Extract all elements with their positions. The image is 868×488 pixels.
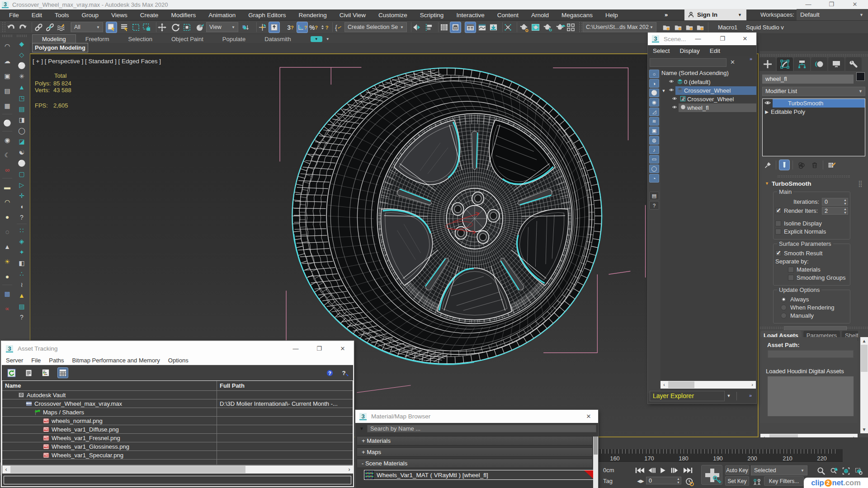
filter-toggle-6[interactable]: ≋ bbox=[649, 117, 659, 126]
modifier-turbosmooth[interactable]: TurboSmooth bbox=[763, 99, 865, 108]
go-to-start-button[interactable] bbox=[635, 465, 646, 475]
current-frame-field[interactable]: 0▲▼ bbox=[646, 477, 681, 484]
asset-row[interactable]: Wheels_var1_Fresnel.png bbox=[2, 434, 353, 442]
diamond-icon[interactable]: ◈ bbox=[16, 236, 27, 247]
filter-toggle-4[interactable]: ◉ bbox=[649, 98, 659, 107]
filter-list-icon[interactable]: ▤ bbox=[649, 192, 659, 200]
ribbon-tab[interactable]: Object Paint bbox=[162, 35, 213, 43]
asset-row[interactable]: Crossover_Wheel_max_vray.maxD:\3D Molier… bbox=[2, 399, 353, 408]
materials-group-bar[interactable]: + Materials bbox=[357, 436, 592, 446]
modifier-editable-poly[interactable]: ▶ Editable Poly bbox=[763, 108, 865, 116]
object-name-field[interactable]: wheel_fl bbox=[762, 75, 854, 84]
named-selection-combo[interactable]: Create Selection Se▼ bbox=[344, 22, 407, 32]
rendered-frame-window-icon[interactable] bbox=[530, 22, 541, 33]
filter-toggle-10[interactable]: ▭ bbox=[649, 155, 659, 164]
when-rendering-radio[interactable] bbox=[781, 305, 787, 310]
expand-triangle-icon[interactable]: ▶ bbox=[763, 109, 771, 114]
undo-icon[interactable] bbox=[5, 22, 17, 33]
angle-snap-icon[interactable]: ? bbox=[297, 22, 308, 33]
populate-icon[interactable]: ▲ bbox=[16, 290, 27, 301]
play-box-icon[interactable]: ▷ bbox=[16, 179, 27, 190]
bind-to-space-warp-icon[interactable] bbox=[55, 22, 66, 33]
key-filters-button[interactable]: Key Filters... bbox=[764, 476, 804, 486]
bulb-icon[interactable]: ⚪ bbox=[16, 60, 27, 71]
toolbar-grip[interactable] bbox=[579, 22, 582, 32]
menu-item[interactable]: Edit bbox=[25, 12, 48, 19]
spray-icon[interactable]: ✦ bbox=[16, 247, 27, 258]
snaps-3d-icon[interactable]: 3? bbox=[285, 22, 296, 33]
align-icon[interactable] bbox=[423, 22, 434, 33]
time-configuration-icon[interactable] bbox=[684, 476, 695, 488]
explorer-chevron[interactable]: » bbox=[750, 56, 752, 61]
sign-in-button[interactable]: Sign In ▼ bbox=[684, 9, 746, 20]
iterations-field[interactable]: 0▲▼ bbox=[822, 198, 848, 206]
name-column-header[interactable]: Name (Sorted Ascending) bbox=[661, 70, 729, 76]
tab-create[interactable] bbox=[760, 57, 776, 71]
tab-hierarchy[interactable] bbox=[794, 57, 810, 71]
bulb2-icon[interactable]: ⚪ bbox=[16, 158, 27, 169]
menu-item[interactable]: Create bbox=[134, 12, 165, 19]
render-production-icon[interactable]: ↻ bbox=[542, 22, 553, 33]
select-and-rotate-icon[interactable] bbox=[170, 22, 181, 33]
videocamera-icon[interactable]: ◆ bbox=[16, 38, 27, 49]
render-in-cloud-icon[interactable]: ☁ bbox=[554, 22, 566, 33]
eye-icon[interactable] bbox=[670, 104, 679, 111]
list2-icon[interactable]: ▤ bbox=[16, 301, 27, 312]
help-circle-icon[interactable]: ? bbox=[16, 212, 27, 223]
tab-utilities[interactable] bbox=[845, 57, 862, 71]
boxmod-icon[interactable]: ◳ bbox=[16, 93, 27, 103]
dome-icon[interactable]: ◠ bbox=[2, 194, 13, 209]
menu-item[interactable]: Graph Editors bbox=[242, 12, 292, 19]
set-keys-button[interactable] bbox=[701, 465, 722, 485]
grid-cross-icon[interactable]: ✛ bbox=[16, 190, 27, 201]
camera-icon[interactable]: ◉ bbox=[2, 132, 13, 147]
eye-icon[interactable] bbox=[670, 96, 679, 103]
panel-grip[interactable] bbox=[760, 54, 868, 56]
fish-icon[interactable]: ◖ bbox=[16, 201, 27, 212]
filter-toggle-5[interactable]: ◿ bbox=[649, 108, 659, 116]
layer-combo-arrow[interactable]: ▼ bbox=[725, 391, 732, 401]
image-icon[interactable]: ▣ bbox=[2, 68, 13, 83]
eye-icon[interactable] bbox=[763, 99, 773, 108]
loaded-assets-box[interactable] bbox=[768, 376, 854, 416]
render-iters-checkbox[interactable] bbox=[775, 208, 781, 214]
layer-row-default[interactable]: 0 (default) bbox=[660, 78, 756, 86]
remove-modifier-icon[interactable] bbox=[809, 160, 820, 170]
eye-icon[interactable] bbox=[667, 79, 675, 85]
refresh-icon[interactable] bbox=[6, 367, 17, 378]
go-to-end-button[interactable] bbox=[682, 465, 693, 475]
layers2-icon[interactable]: ◪ bbox=[16, 136, 27, 147]
list-view-icon[interactable] bbox=[23, 367, 34, 378]
spinner-snap-icon[interactable]: ? bbox=[318, 22, 330, 33]
menu-item[interactable]: Arnold bbox=[525, 12, 555, 19]
asset-row[interactable]: Autodesk Vault bbox=[2, 391, 353, 399]
table-header[interactable]: Name Full Path bbox=[2, 381, 353, 391]
stereo-icon[interactable]: ∞ bbox=[2, 162, 13, 177]
layer-explorer-combo[interactable]: Layer Explorer bbox=[650, 391, 725, 401]
help2-icon[interactable]: ? bbox=[16, 312, 27, 323]
monitor-icon[interactable]: ▢ bbox=[16, 169, 27, 179]
menu-item[interactable]: Select bbox=[648, 47, 675, 54]
close-button[interactable]: ✕ bbox=[848, 0, 862, 9]
previous-frame-button[interactable] bbox=[647, 465, 656, 475]
menu-item[interactable]: Animation bbox=[202, 12, 242, 19]
smooth-result-checkbox[interactable] bbox=[775, 250, 781, 256]
asset-library-icon-1[interactable] bbox=[660, 22, 672, 33]
pin-stack-icon[interactable] bbox=[762, 160, 773, 170]
selection-set-combo[interactable]: Selected▼ bbox=[751, 465, 807, 475]
menu-item[interactable]: Group bbox=[75, 12, 105, 19]
toggle-ribbon-icon[interactable] bbox=[465, 22, 476, 33]
select-and-move-icon[interactable] bbox=[156, 22, 168, 33]
menu-item[interactable]: Paths bbox=[45, 357, 68, 364]
scene-script-icon[interactable] bbox=[502, 22, 514, 33]
toggle-layer-explorer-icon[interactable] bbox=[450, 22, 461, 33]
menu-item[interactable]: File bbox=[3, 12, 25, 19]
ribbon-tab[interactable]: Freeform bbox=[76, 35, 119, 43]
layer-row-crossover-wheel[interactable]: ▼Crossover_Wheel bbox=[660, 86, 756, 95]
menu-item[interactable]: Views bbox=[105, 12, 134, 19]
material-item[interactable]: Wheels_Var1_MAT ( VRayMtl ) [wheel_fl] bbox=[364, 470, 594, 480]
toggle-scene-explorer-icon[interactable] bbox=[439, 22, 450, 33]
object-color-swatch[interactable] bbox=[856, 72, 865, 81]
tab-motion[interactable] bbox=[811, 57, 827, 71]
ribbon-tab[interactable]: Datasmith bbox=[255, 35, 301, 43]
